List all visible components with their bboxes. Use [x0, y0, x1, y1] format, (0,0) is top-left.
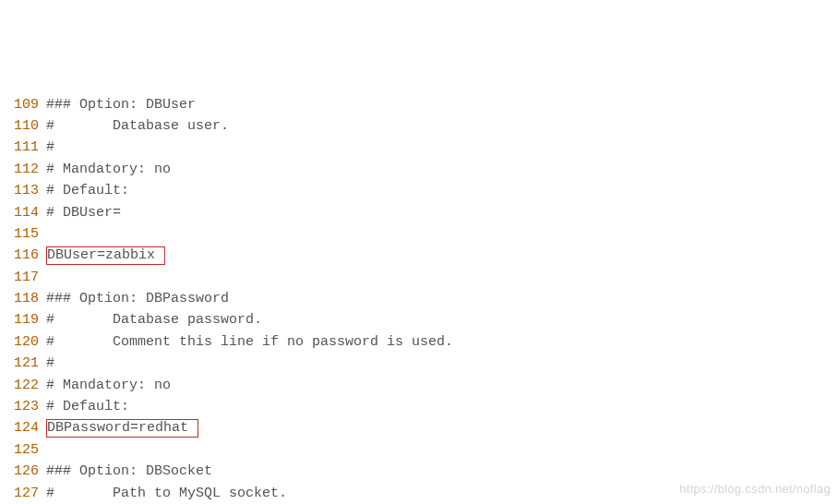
code-block: 109### Option: DBUser110# Database user.… [4, 94, 834, 504]
code-line: 119# Database password. [4, 309, 834, 330]
line-number: 124 [4, 417, 39, 438]
code-line: 114# DBUser= [4, 202, 834, 223]
line-number: 126 [4, 461, 39, 482]
code-line: 115 [4, 223, 834, 245]
code-text: # Comment this line if no password is us… [46, 334, 453, 350]
line-number: 116 [4, 245, 39, 266]
code-text: # Default: [46, 399, 129, 414]
code-text: # Database user. [46, 118, 229, 134]
line-number: 123 [4, 396, 39, 417]
code-line: 125 [4, 439, 834, 461]
code-text: # Default: [46, 183, 129, 198]
code-text: # Database password. [46, 312, 262, 328]
line-number: 113 [4, 180, 39, 201]
code-line: 124DBPassword=redhat [4, 417, 834, 438]
line-number: 110 [4, 115, 39, 137]
line-number: 119 [4, 309, 39, 330]
code-line: 122# Mandatory: no [4, 375, 834, 396]
code-text: # [46, 139, 54, 155]
code-text: ### Option: DBUser [46, 97, 196, 113]
code-text: ### Option: DBPassword [46, 291, 229, 306]
code-text: ### Option: DBSocket [46, 463, 212, 479]
line-number: 120 [4, 331, 39, 353]
line-number: 125 [4, 439, 39, 461]
highlighted-code: DBUser=zabbix [46, 246, 165, 265]
line-number: 109 [4, 94, 39, 115]
code-line: 109### Option: DBUser [4, 94, 834, 115]
code-line: 121# [4, 353, 834, 374]
code-line: 111# [4, 137, 834, 158]
code-line: 113# Default: [4, 180, 834, 201]
code-line: 118### Option: DBPassword [4, 288, 834, 309]
line-number: 117 [4, 267, 39, 288]
code-text: # DBUser= [46, 205, 121, 221]
code-line: 112# Mandatory: no [4, 159, 834, 180]
line-number: 115 [4, 223, 39, 245]
code-line: 123# Default: [4, 396, 834, 417]
code-line: 110# Database user. [4, 115, 834, 137]
code-line: 117 [4, 267, 834, 288]
line-number: 114 [4, 202, 39, 223]
highlighted-code: DBPassword=redhat [46, 419, 198, 438]
code-line: 126### Option: DBSocket [4, 461, 834, 482]
line-number: 112 [4, 159, 39, 180]
line-number: 127 [4, 483, 39, 504]
line-number: 122 [4, 375, 39, 396]
line-number: 111 [4, 137, 39, 158]
line-number: 121 [4, 353, 39, 374]
code-line: 116DBUser=zabbix [4, 245, 834, 266]
code-text: # Mandatory: no [46, 162, 171, 177]
code-text: # Mandatory: no [46, 378, 171, 393]
code-text: # [46, 355, 54, 371]
code-line: 120# Comment this line if no password is… [4, 331, 834, 353]
code-line: 127# Path to MySQL socket. [4, 483, 834, 504]
code-text: # Path to MySQL socket. [46, 486, 287, 501]
line-number: 118 [4, 288, 39, 309]
